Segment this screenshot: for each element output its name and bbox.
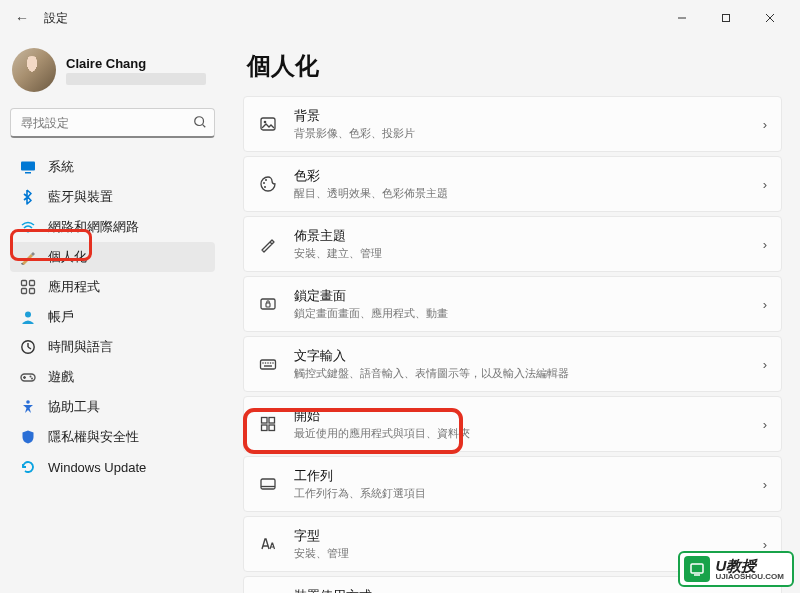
card-desc: 醒目、透明效果、色彩佈景主題 — [294, 186, 747, 201]
sidebar-item-personalization[interactable]: 個人化 — [10, 242, 215, 272]
svg-rect-1 — [723, 15, 730, 22]
card-colors[interactable]: 色彩 醒目、透明效果、色彩佈景主題 › — [243, 156, 782, 212]
minimize-button[interactable] — [660, 3, 704, 33]
chevron-right-icon: › — [763, 417, 767, 432]
maximize-button[interactable] — [704, 3, 748, 33]
card-title: 裝置使用方式 — [294, 587, 747, 593]
sidebar-item-accounts[interactable]: 帳戶 — [10, 302, 215, 332]
card-lock[interactable]: 鎖定畫面 鎖定畫面畫面、應用程式、動畫 › — [243, 276, 782, 332]
card-title: 色彩 — [294, 167, 747, 185]
profile[interactable]: Claire Chang — [10, 44, 215, 96]
search-input[interactable] — [10, 108, 215, 138]
privacy-icon — [20, 429, 36, 445]
minimize-icon — [677, 13, 687, 23]
nav: 系統 藍牙與裝置 網路和網際網路 個人化 應用程式 帳戶 時間與語言 遊戲 協助… — [10, 152, 215, 482]
card-desc: 觸控式鍵盤、語音輸入、表情圖示等，以及輸入法編輯器 — [294, 366, 747, 381]
svg-point-24 — [264, 121, 267, 124]
accessibility-icon — [20, 399, 36, 415]
card-desc: 安裝、建立、管理 — [294, 246, 747, 261]
svg-rect-23 — [261, 118, 275, 130]
sidebar-item-label: 網路和網際網路 — [48, 218, 139, 236]
watermark-url: UJIAOSHOU.COM — [716, 573, 784, 581]
sidebar-item-apps[interactable]: 應用程式 — [10, 272, 215, 302]
svg-line-5 — [203, 125, 206, 128]
close-icon — [765, 13, 775, 23]
chevron-right-icon: › — [763, 477, 767, 492]
system-icon — [20, 159, 36, 175]
profile-name: Claire Chang — [66, 56, 206, 71]
svg-point-4 — [195, 117, 204, 126]
svg-rect-10 — [30, 281, 35, 286]
card-title: 文字輸入 — [294, 347, 747, 365]
card-title: 開始 — [294, 407, 747, 425]
apps-icon — [20, 279, 36, 295]
personalization-icon — [20, 249, 36, 265]
sidebar-item-gaming[interactable]: 遊戲 — [10, 362, 215, 392]
card-taskbar[interactable]: 工作列 工作列行為、系統釘選項目 › — [243, 456, 782, 512]
sidebar-item-label: 藍牙與裝置 — [48, 188, 113, 206]
card-title: 鎖定畫面 — [294, 287, 747, 305]
svg-point-21 — [31, 378, 33, 380]
svg-rect-29 — [266, 303, 270, 307]
avatar — [12, 48, 56, 92]
text-icon — [258, 354, 278, 374]
sidebar-item-label: 協助工具 — [48, 398, 100, 416]
watermark-brand: U教授 — [716, 558, 784, 573]
svg-rect-9 — [22, 281, 27, 286]
svg-rect-39 — [262, 425, 268, 431]
sidebar-item-label: 應用程式 — [48, 278, 100, 296]
svg-rect-6 — [21, 162, 35, 171]
card-title: 字型 — [294, 527, 747, 545]
watermark: U教授 UJIAOSHOU.COM — [678, 551, 794, 587]
sidebar-item-network[interactable]: 網路和網際網路 — [10, 212, 215, 242]
gaming-icon — [20, 369, 36, 385]
sidebar-item-label: 時間與語言 — [48, 338, 113, 356]
card-desc: 工作列行為、系統釘選項目 — [294, 486, 747, 501]
card-title: 背景 — [294, 107, 747, 125]
svg-rect-12 — [30, 289, 35, 294]
card-desc: 背景影像、色彩、投影片 — [294, 126, 747, 141]
background-icon — [258, 114, 278, 134]
sidebar-item-system[interactable]: 系統 — [10, 152, 215, 182]
card-background[interactable]: 背景 背景影像、色彩、投影片 › — [243, 96, 782, 152]
close-button[interactable] — [748, 3, 792, 33]
svg-rect-30 — [261, 360, 276, 369]
svg-rect-41 — [261, 479, 275, 489]
svg-point-27 — [264, 186, 266, 188]
card-text[interactable]: 文字輸入 觸控式鍵盤、語音輸入、表情圖示等，以及輸入法編輯器 › — [243, 336, 782, 392]
taskbar-icon — [258, 474, 278, 494]
sidebar-item-label: 系統 — [48, 158, 74, 176]
themes-icon — [258, 234, 278, 254]
svg-rect-7 — [25, 172, 31, 174]
sidebar-item-accessibility[interactable]: 協助工具 — [10, 392, 215, 422]
network-icon — [20, 219, 36, 235]
sidebar-item-label: 個人化 — [48, 248, 87, 266]
svg-point-25 — [263, 182, 265, 184]
fonts-icon — [258, 534, 278, 554]
sidebar-item-privacy[interactable]: 隱私權與安全性 — [10, 422, 215, 452]
lock-icon — [258, 294, 278, 314]
search-icon — [193, 115, 207, 132]
profile-email — [66, 73, 206, 85]
svg-rect-37 — [262, 418, 268, 424]
sidebar-item-time[interactable]: 時間與語言 — [10, 332, 215, 362]
card-title: 佈景主題 — [294, 227, 747, 245]
svg-rect-38 — [269, 418, 275, 424]
main-content: 個人化 背景 背景影像、色彩、投影片 › 色彩 醒目、透明效果、色彩佈景主題 ›… — [225, 36, 800, 593]
card-themes[interactable]: 佈景主題 安裝、建立、管理 › — [243, 216, 782, 272]
svg-point-26 — [265, 179, 267, 181]
back-button[interactable]: ← — [8, 4, 36, 32]
chevron-right-icon: › — [763, 177, 767, 192]
sidebar-item-bluetooth[interactable]: 藍牙與裝置 — [10, 182, 215, 212]
svg-rect-46 — [691, 564, 703, 573]
colors-icon — [258, 174, 278, 194]
chevron-right-icon: › — [763, 297, 767, 312]
sidebar: Claire Chang 系統 藍牙與裝置 網路和網際網路 個人化 應用程式 帳… — [0, 36, 225, 593]
start-icon — [258, 414, 278, 434]
svg-point-20 — [30, 376, 32, 378]
maximize-icon — [721, 13, 731, 23]
card-start[interactable]: 開始 最近使用的應用程式與項目、資料夾 › — [243, 396, 782, 452]
chevron-right-icon: › — [763, 117, 767, 132]
chevron-right-icon: › — [763, 237, 767, 252]
sidebar-item-update[interactable]: Windows Update — [10, 452, 215, 482]
